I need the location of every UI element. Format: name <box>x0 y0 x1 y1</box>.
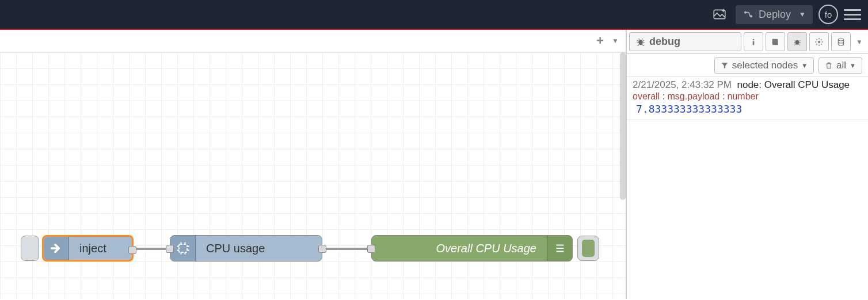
debug-node-name: Overall CPU Usage <box>764 79 850 90</box>
book-icon <box>771 37 780 47</box>
svg-point-8 <box>818 41 820 43</box>
filter-icon <box>721 61 729 70</box>
caret-down-icon: ▼ <box>801 62 808 69</box>
caret-down-icon: ▼ <box>850 62 856 69</box>
image-sparkle-icon[interactable] <box>709 4 730 25</box>
deploy-label: Deploy <box>759 9 791 21</box>
bug-icon <box>793 37 802 47</box>
inject-icon <box>44 237 69 260</box>
node-input-port[interactable] <box>166 245 174 253</box>
sidebar-tab-config[interactable] <box>809 32 829 51</box>
canvas-toolbar: + ▼ <box>589 30 626 52</box>
debug-filter-label: selected nodes <box>732 60 798 71</box>
chip-icon <box>170 236 196 261</box>
app-header: Deploy ▼ fo <box>0 0 868 30</box>
sidebar-tab-debug-icon[interactable] <box>787 32 807 51</box>
workspace: + ▼ inject <box>0 30 868 299</box>
svg-rect-3 <box>179 244 187 252</box>
bug-icon <box>635 37 646 47</box>
node-input-port[interactable] <box>367 245 375 253</box>
menu-button[interactable] <box>844 6 861 23</box>
sidebar-tab-debug[interactable]: debug <box>629 32 741 51</box>
sidebar-tab-context[interactable] <box>831 32 851 51</box>
sidebar-tab-info[interactable] <box>744 32 763 51</box>
node-output-port[interactable] <box>128 246 136 254</box>
node-inject[interactable]: inject <box>42 235 134 261</box>
user-initials: fo <box>825 10 832 20</box>
svg-point-1 <box>744 11 747 14</box>
debug-all-label: all <box>836 60 846 71</box>
svg-point-9 <box>838 39 843 41</box>
node-cpu-usage[interactable]: CPU usage <box>170 235 322 261</box>
gear-icon <box>814 37 824 47</box>
canvas-scrollbar[interactable] <box>620 52 626 200</box>
node-output-port[interactable] <box>318 245 326 253</box>
debug-value: 7.833333333333333 <box>633 103 862 115</box>
sidebar-tab-overflow[interactable]: ▼ <box>853 32 866 51</box>
flow-canvas-wrap: + ▼ inject <box>0 30 626 299</box>
debug-filter-button[interactable]: selected nodes ▼ <box>714 57 814 74</box>
deploy-icon <box>743 9 754 20</box>
node-label: CPU usage <box>196 242 322 255</box>
add-tab-button[interactable]: + <box>596 33 604 48</box>
flow-canvas[interactable]: inject CPU usage Overall CPU Usage <box>0 52 626 299</box>
debug-message-list: 2/21/2025, 2:43:32 PM node: Overall CPU … <box>627 77 868 299</box>
info-icon <box>749 37 758 47</box>
user-avatar[interactable]: fo <box>818 5 838 24</box>
deploy-button[interactable]: Deploy ▼ <box>736 5 813 24</box>
caret-down-icon: ▼ <box>799 10 806 18</box>
debug-toolbar: selected nodes ▼ all ▼ <box>627 54 868 77</box>
svg-point-4 <box>638 40 643 45</box>
debug-toggle-button[interactable] <box>577 236 599 261</box>
svg-point-5 <box>753 39 755 40</box>
database-icon <box>836 37 846 47</box>
svg-rect-6 <box>753 41 755 45</box>
sidebar: debug ▼ <box>626 30 868 299</box>
debug-topic-line: overall : msg.payload : number <box>633 91 862 102</box>
node-debug[interactable]: Overall CPU Usage <box>371 235 573 261</box>
debug-message[interactable]: 2/21/2025, 2:43:32 PM node: Overall CPU … <box>627 77 868 120</box>
inject-trigger-button[interactable] <box>21 236 39 261</box>
sidebar-tabs: debug ▼ <box>627 30 868 54</box>
debug-timestamp: 2/21/2025, 2:43:32 PM <box>633 79 732 90</box>
svg-point-7 <box>795 40 800 44</box>
node-label: Overall CPU Usage <box>372 242 547 255</box>
debug-toggle-indicator <box>582 240 595 257</box>
list-icon <box>547 236 572 261</box>
debug-node-prefix: node: <box>737 79 764 90</box>
sidebar-tab-help[interactable] <box>766 32 785 51</box>
tab-menu-caret[interactable]: ▼ <box>612 37 619 45</box>
node-label: inject <box>69 242 132 255</box>
debug-clear-button[interactable]: all ▼ <box>818 57 862 74</box>
sidebar-tab-label: debug <box>649 36 680 48</box>
trash-icon <box>825 61 833 70</box>
